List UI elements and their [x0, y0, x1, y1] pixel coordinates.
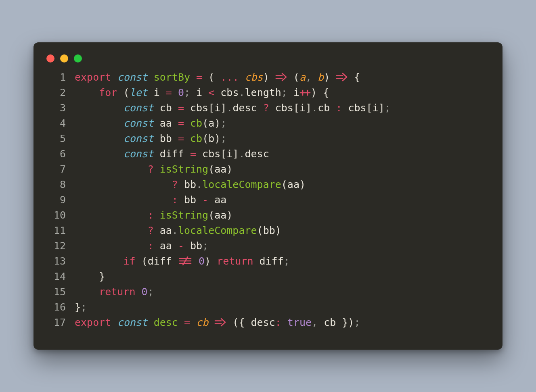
token: desc: [245, 148, 269, 160]
token: i: [287, 87, 299, 98]
token: [75, 117, 123, 129]
token: length: [245, 87, 281, 98]
token: [184, 133, 190, 144]
token: :: [275, 317, 281, 328]
token: ): [263, 71, 275, 83]
token: {: [348, 71, 360, 83]
window-close-icon[interactable]: [46, 54, 54, 63]
token: ;: [220, 133, 226, 144]
token: .: [239, 87, 245, 98]
line-content[interactable]: };: [75, 300, 491, 315]
code-line[interactable]: 2 for (let i = 0; i < cbs.length; i) {: [45, 85, 491, 100]
token: return: [217, 255, 253, 267]
token: (aa): [208, 209, 232, 221]
token: [190, 71, 196, 83]
code-line[interactable]: 13 if (diff 0) return diff;: [45, 254, 491, 269]
token: desc: [232, 102, 263, 114]
token: [148, 71, 154, 83]
line-number: 16: [45, 300, 75, 315]
token: [75, 102, 123, 114]
code-line[interactable]: 1export const sortBy = ( ... cbs) (a, b)…: [45, 70, 491, 85]
line-content[interactable]: const cb = cbs[i].desc ? cbs[i].cb : cbs…: [75, 100, 491, 116]
token: [75, 87, 99, 98]
code-line[interactable]: 9 : bb - aa: [45, 192, 491, 208]
code-line[interactable]: 10 : isString(aa): [45, 208, 491, 223]
token: cbs: [245, 71, 263, 83]
code-line[interactable]: 4 const aa = cb(a);: [45, 116, 491, 131]
line-content[interactable]: if (diff 0) return diff;: [75, 254, 491, 269]
token: :: [148, 209, 154, 221]
code-line[interactable]: 3 const cb = cbs[i].desc ? cbs[i].cb : c…: [45, 100, 491, 116]
token: ): [205, 255, 217, 267]
line-number: 5: [45, 131, 75, 146]
line-content[interactable]: ? bb.localeCompare(aa): [75, 177, 491, 192]
line-content[interactable]: ? aa.localeCompare(bb): [75, 223, 491, 238]
token: [75, 163, 148, 175]
token: aa: [154, 225, 172, 236]
token: =: [178, 133, 184, 144]
code-line[interactable]: 5 const bb = cb(b);: [45, 131, 491, 146]
line-content[interactable]: const bb = cb(b);: [75, 131, 491, 146]
token: }: [75, 301, 81, 313]
token: -: [202, 194, 208, 206]
code-line[interactable]: 17export const desc = cb ({ desc: true, …: [45, 315, 491, 330]
line-content[interactable]: : bb - aa: [75, 192, 491, 208]
token: cbs[i]: [269, 102, 312, 114]
token: b: [318, 71, 324, 83]
code-editor[interactable]: 1export const sortBy = ( ... cbs) (a, b)…: [45, 70, 491, 330]
line-content[interactable]: ? isString(aa): [75, 162, 491, 177]
token: ?: [148, 163, 154, 175]
token: sortBy: [154, 71, 190, 83]
token: 0: [142, 286, 148, 298]
code-line[interactable]: 6 const diff = cbs[i].desc: [45, 146, 491, 162]
token: cbs[i]: [184, 102, 226, 114]
token: ) {: [311, 87, 329, 98]
line-content[interactable]: for (let i = 0; i < cbs.length; i) {: [75, 85, 491, 100]
token: a: [299, 71, 306, 83]
code-line[interactable]: 8 ? bb.localeCompare(aa): [45, 177, 491, 192]
token: [75, 225, 148, 236]
token: const: [123, 133, 153, 144]
code-line[interactable]: 16};: [45, 300, 491, 315]
code-line[interactable]: 14 }: [45, 269, 491, 284]
line-content[interactable]: : aa - bb;: [75, 238, 491, 254]
token: const: [123, 117, 153, 129]
token: cb: [190, 117, 202, 129]
code-line[interactable]: 12 : aa - bb;: [45, 238, 491, 254]
line-content[interactable]: const diff = cbs[i].desc: [75, 146, 491, 162]
line-content[interactable]: : isString(aa): [75, 208, 491, 223]
token: cb: [190, 133, 202, 144]
line-number: 14: [45, 269, 75, 284]
token: ;: [81, 301, 87, 313]
stage: 1export const sortBy = ( ... cbs) (a, b)…: [0, 0, 536, 392]
line-content[interactable]: return 0;: [75, 284, 491, 300]
token: =: [196, 71, 202, 83]
line-number: 3: [45, 100, 75, 116]
token: [190, 317, 196, 328]
token: ,: [306, 71, 318, 83]
token: [154, 163, 160, 175]
token: let: [129, 87, 147, 98]
line-number: 10: [45, 208, 75, 223]
code-line[interactable]: 15 return 0;: [45, 284, 491, 300]
token: ;: [184, 87, 190, 98]
line-content[interactable]: export const sortBy = ( ... cbs) (a, b) …: [75, 70, 491, 85]
token: const: [123, 102, 153, 114]
token: cb: [318, 102, 336, 114]
token: ;: [220, 117, 226, 129]
token: [75, 209, 148, 221]
token: isString: [160, 209, 208, 221]
window-minimize-icon[interactable]: [60, 54, 68, 63]
window-zoom-icon[interactable]: [74, 54, 82, 63]
code-line[interactable]: 7 ? isString(aa): [45, 162, 491, 177]
token: ;: [281, 87, 287, 98]
token: cbs[i]: [342, 102, 384, 114]
token: const: [123, 148, 153, 160]
line-content[interactable]: const aa = cb(a);: [75, 116, 491, 131]
line-content[interactable]: export const desc = cb ({ desc: true, cb…: [75, 315, 491, 330]
line-content[interactable]: }: [75, 269, 491, 284]
line-number: 2: [45, 85, 75, 100]
token: [75, 148, 123, 160]
code-line[interactable]: 11 ? aa.localeCompare(bb): [45, 223, 491, 238]
token: (b): [202, 133, 220, 144]
